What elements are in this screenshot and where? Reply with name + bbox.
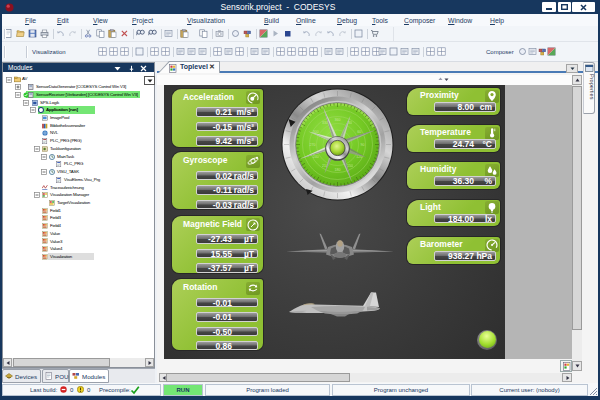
svg-text:330: 330 xyxy=(322,121,328,125)
svg-text:180: 180 xyxy=(335,167,341,171)
svg-text:150: 150 xyxy=(347,164,353,168)
svg-text:90: 90 xyxy=(361,142,365,146)
svg-text:60: 60 xyxy=(357,130,361,134)
svg-text:360: 360 xyxy=(335,117,341,121)
svg-text:270: 270 xyxy=(310,142,316,146)
svg-text:240: 240 xyxy=(313,155,319,159)
